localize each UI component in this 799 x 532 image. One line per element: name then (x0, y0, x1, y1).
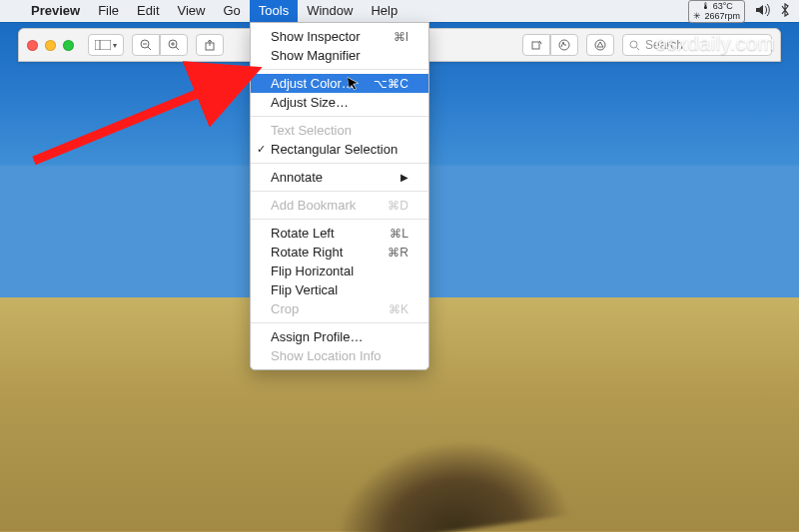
window-minimize-button[interactable] (45, 40, 56, 51)
menu-item-shortcut: ⌘L (390, 227, 408, 241)
menu-item-label: Annotate (271, 170, 323, 185)
menu-item-label: Text Selection (271, 123, 352, 138)
menu-separator (251, 163, 428, 164)
menu-tools[interactable]: Tools (250, 0, 298, 22)
menu-item-show-magnifier[interactable]: Show Magnifier (251, 46, 428, 65)
menu-separator (251, 116, 428, 117)
volume-icon[interactable] (755, 4, 771, 18)
menu-item-text-selection: Text Selection (251, 121, 428, 140)
rotate-button[interactable] (522, 34, 550, 56)
menu-item-label: Add Bookmark (271, 198, 356, 213)
markup-button[interactable] (550, 34, 578, 56)
watermark-text: osxdaily.com (655, 32, 775, 55)
menu-item-adjust-size[interactable]: Adjust Size… (251, 93, 428, 112)
menu-item-label: Rotate Left (271, 226, 335, 241)
menu-view[interactable]: View (169, 0, 215, 22)
svg-line-14 (637, 47, 640, 50)
window-close-button[interactable] (27, 40, 38, 51)
svg-line-6 (176, 47, 179, 50)
zoom-out-button[interactable] (132, 34, 160, 56)
menu-bar-right: 🌡63°C ✳2667rpm (688, 0, 789, 23)
window-zoom-button[interactable] (63, 40, 74, 51)
menu-item-label: Assign Profile… (271, 329, 363, 344)
svg-rect-10 (532, 42, 539, 49)
checkmark-icon: ✓ (257, 143, 266, 156)
status-rpm: 2667rpm (704, 12, 740, 21)
svg-line-3 (148, 47, 151, 50)
menu-item-label: Crop (271, 301, 299, 316)
bluetooth-icon[interactable] (781, 3, 789, 19)
search-icon (629, 40, 640, 51)
menu-item-label: Adjust Color… (271, 76, 355, 91)
menu-item-flip-horizontal[interactable]: Flip Horizontal (251, 262, 428, 280)
fan-icon: ✳ (693, 12, 701, 21)
menu-item-rotate-left[interactable]: Rotate Left⌘L (251, 224, 428, 243)
menu-window[interactable]: Window (298, 0, 362, 22)
menu-item-shortcut: ⌘D (388, 199, 408, 213)
menu-item-label: Show Magnifier (271, 48, 361, 63)
menu-help[interactable]: Help (362, 0, 406, 22)
menu-item-label: Rectangular Selection (271, 142, 398, 157)
system-status-chip[interactable]: 🌡63°C ✳2667rpm (688, 0, 745, 23)
menu-item-shortcut: ⌘I (394, 30, 408, 44)
app-menu[interactable]: Preview (22, 0, 89, 22)
menu-item-label: Show Inspector (271, 29, 361, 44)
menu-go[interactable]: Go (214, 0, 249, 22)
menu-item-crop: Crop⌘K (251, 299, 428, 318)
menu-file[interactable]: File (89, 0, 128, 22)
menu-item-shortcut: ⌘R (388, 246, 408, 260)
sidebar-view-button[interactable]: ▾ (88, 34, 124, 56)
svg-point-13 (630, 41, 637, 48)
menu-item-label: Flip Horizontal (271, 264, 354, 278)
menu-item-label: Adjust Size… (271, 95, 349, 110)
annotate-group (522, 34, 578, 56)
status-temp: 63°C (713, 2, 733, 11)
menu-edit[interactable]: Edit (128, 0, 168, 22)
menu-item-shortcut: ⌘K (389, 302, 408, 316)
menu-separator (251, 219, 428, 220)
menu-item-label: Flip Vertical (271, 282, 338, 297)
menu-item-show-location-info: Show Location Info (251, 346, 428, 365)
thermometer-icon: 🌡 (701, 2, 710, 11)
menu-item-label: Show Location Info (271, 348, 382, 363)
menu-item-shortcut: ⌥⌘C (374, 77, 408, 91)
zoom-in-button[interactable] (160, 34, 188, 56)
traffic-lights (27, 40, 74, 51)
menu-bar-left: Preview File Edit View Go Tools Window H… (10, 0, 406, 22)
zoom-group (132, 34, 188, 56)
svg-rect-0 (95, 40, 111, 50)
share-button[interactable] (196, 34, 224, 56)
tools-dropdown-menu: Show Inspector⌘IShow MagnifierAdjust Col… (250, 22, 429, 370)
menu-item-rectangular-selection[interactable]: ✓Rectangular Selection (251, 140, 428, 159)
menu-item-rotate-right[interactable]: Rotate Right⌘R (251, 243, 428, 262)
menu-item-adjust-color[interactable]: Adjust Color…⌥⌘C (251, 74, 428, 93)
menu-item-label: Rotate Right (271, 245, 343, 260)
menu-separator (251, 322, 428, 323)
menu-item-assign-profile[interactable]: Assign Profile… (251, 327, 428, 346)
menu-item-show-inspector[interactable]: Show Inspector⌘I (251, 27, 428, 46)
menu-item-flip-vertical[interactable]: Flip Vertical (251, 280, 428, 299)
inspector-button[interactable] (586, 34, 614, 56)
submenu-arrow-icon: ▶ (400, 172, 408, 183)
menu-item-add-bookmark: Add Bookmark⌘D (251, 196, 428, 215)
wallpaper-shadow (294, 353, 593, 532)
menu-item-annotate[interactable]: Annotate▶ (251, 168, 428, 187)
menu-separator (251, 191, 428, 192)
menu-bar: Preview File Edit View Go Tools Window H… (0, 0, 799, 22)
menu-separator (251, 69, 428, 70)
